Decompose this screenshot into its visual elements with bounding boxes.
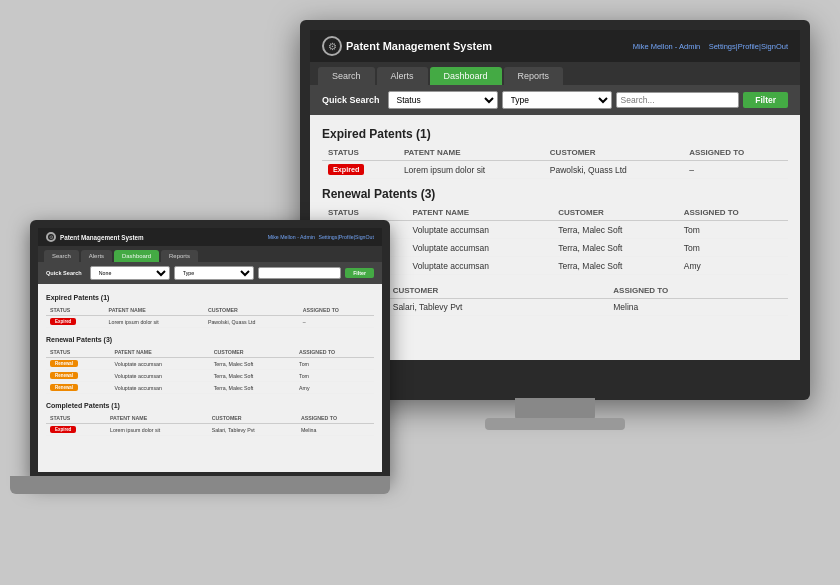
user-info-large: Mike Mellon - Admin Settings|Profile|Sig…: [633, 42, 788, 51]
customer-renewal-1-small: Terra, Malec Soft: [210, 358, 295, 370]
renewal-table-small: STATUS PATENT NAME CUSTOMER ASSIGNED TO …: [46, 347, 374, 394]
tab-dashboard-small[interactable]: Dashboard: [114, 250, 159, 262]
expired-table-large: STATUS PATENT NAME CUSTOMER ASSIGNED TO …: [322, 145, 788, 179]
qs-filter-btn-small[interactable]: Filter: [345, 268, 374, 278]
patent-completed-1-small: Lorem ipsum dolor sit: [106, 424, 208, 436]
expired-title-small: Expired Patents (1): [46, 294, 374, 301]
assigned-renewal-2-small[interactable]: Tom: [295, 370, 374, 382]
content-area-small: Expired Patents (1) STATUS PATENT NAME C…: [38, 284, 382, 466]
col-status-renewal-large: STATUS: [322, 205, 406, 221]
expired-table-small: STATUS PATENT NAME CUSTOMER ASSIGNED TO …: [46, 305, 374, 328]
qs-type-select-small[interactable]: Type: [174, 266, 254, 280]
completed-title-small: Completed Patents (1): [46, 402, 374, 409]
qs-status-select-small[interactable]: None: [90, 266, 170, 280]
user-info-small: Mike Mellon - Admin Settings|Profile|Sig…: [268, 234, 374, 240]
laptop: ⚙ Patent Management System Mike Mellon -…: [30, 220, 390, 480]
quick-search-large: Quick Search Status None Type Expired Re…: [310, 85, 800, 115]
tab-reports-large[interactable]: Reports: [504, 67, 564, 85]
qs-search-input-large[interactable]: [616, 92, 740, 108]
qs-label-small: Quick Search: [46, 270, 82, 276]
tab-search-small[interactable]: Search: [44, 250, 79, 262]
col-patent-c-small: PATENT NAME: [106, 413, 208, 424]
expired-title-large: Expired Patents (1): [322, 127, 788, 141]
status-badge-renewal-2-small: Renewal: [50, 372, 78, 379]
qs-filter-btn-large[interactable]: Filter: [743, 92, 788, 108]
col-assigned-expired-large: ASSIGNED TO: [683, 145, 788, 161]
col-customer-c-small: CUSTOMER: [208, 413, 297, 424]
assigned-renewal-1-small[interactable]: Tom: [295, 358, 374, 370]
qs-search-input-small[interactable]: [258, 267, 341, 279]
col-assigned-small: ASSIGNED TO: [299, 305, 374, 316]
assigned-expired-small: –: [299, 316, 374, 328]
expired-row-1-small: Expired Lorem ipsum dolor sit Pawolski, …: [46, 316, 374, 328]
patent-renewal-1-small: Voluptate accumsan: [111, 358, 210, 370]
patent-name-expired-small: Lorem ipsum dolor sit: [105, 316, 204, 328]
customer-completed-1-small: Salari, Tablevy Pvt: [208, 424, 297, 436]
assigned-expired-large: –: [683, 161, 788, 179]
customer-renewal-1-large: Terra, Malec Soft: [552, 221, 678, 239]
logo-area-small: ⚙ Patent Management System: [46, 232, 144, 242]
assigned-completed-1-small: Melina: [297, 424, 374, 436]
col-status-expired-large: STATUS: [322, 145, 398, 161]
col-status-r-small: STATUS: [46, 347, 111, 358]
col-patent-expired-large: PATENT NAME: [398, 145, 544, 161]
tab-reports-small[interactable]: Reports: [161, 250, 198, 262]
col-customer-renewal-large: CUSTOMER: [552, 205, 678, 221]
user-name-small: Mike Mellon - Admin: [268, 234, 315, 240]
app-header-large: ⚙ Patent Management System Mike Mellon -…: [310, 30, 800, 62]
assigned-renewal-3-large[interactable]: Amy: [678, 257, 788, 275]
col-assigned-renewal-large: ASSIGNED TO: [678, 205, 788, 221]
qs-label-large: Quick Search: [322, 95, 380, 105]
col-customer-expired-large: CUSTOMER: [544, 145, 683, 161]
qs-status-select-large[interactable]: Status None: [388, 91, 498, 109]
customer-expired-small: Pawolski, Quass Ltd: [204, 316, 299, 328]
patent-renewal-3-small: Voluptate accumsan: [111, 382, 210, 394]
logo-icon-small: ⚙: [46, 232, 56, 242]
col-patent-renewal-large: PATENT NAME: [406, 205, 552, 221]
nav-bar-small: Search Alerts Dashboard Reports: [38, 246, 382, 262]
tab-dashboard-large[interactable]: Dashboard: [430, 67, 502, 85]
col-customer-completed-large: CUSTOMER: [387, 283, 608, 299]
customer-expired-large: Pawolski, Quass Ltd: [544, 161, 683, 179]
status-badge-expired-large: Expired: [328, 164, 364, 175]
renewal-row-1-small: Renewal Voluptate accumsan Terra, Malec …: [46, 358, 374, 370]
patent-name-renewal-1-large: Voluptate accumsan: [406, 221, 552, 239]
expired-row-1: Expired Lorem ipsum dolor sit Pawolski, …: [322, 161, 788, 179]
status-badge-completed-small: Expired: [50, 426, 76, 433]
patent-renewal-2-small: Voluptate accumsan: [111, 370, 210, 382]
status-badge-renewal-3-small: Renewal: [50, 384, 78, 391]
customer-renewal-3-large: Terra, Malec Soft: [552, 257, 678, 275]
col-status-c-small: STATUS: [46, 413, 106, 424]
tab-alerts-small[interactable]: Alerts: [81, 250, 112, 262]
completed-row-1: Salari, Tablevy Pvt Melina: [322, 299, 788, 316]
tab-alerts-large[interactable]: Alerts: [377, 67, 428, 85]
col-patent-small: PATENT NAME: [105, 305, 204, 316]
renewal-title-large: Renewal Patents (3): [322, 187, 788, 201]
logo-icon: ⚙: [322, 36, 342, 56]
status-badge-expired-small: Expired: [50, 318, 76, 325]
qs-type-select-large[interactable]: Type Expired Renewal: [502, 91, 612, 109]
laptop-screen: ⚙ Patent Management System Mike Mellon -…: [38, 228, 382, 472]
tab-search-large[interactable]: Search: [318, 67, 375, 85]
assigned-renewal-1-large[interactable]: Tom: [678, 221, 788, 239]
app-header-small: ⚙ Patent Management System Mike Mellon -…: [38, 228, 382, 246]
renewal-row-2: Renewal Voluptate accumsan Terra, Malec …: [322, 239, 788, 257]
assigned-renewal-2-large[interactable]: Tom: [678, 239, 788, 257]
user-links-small[interactable]: Settings|Profile|SignOut: [318, 234, 374, 240]
col-patent-r-small: PATENT NAME: [111, 347, 210, 358]
renewal-title-small: Renewal Patents (3): [46, 336, 374, 343]
status-badge-renewal-1-small: Renewal: [50, 360, 78, 367]
monitor-base: [485, 418, 625, 430]
patent-name-renewal-2-large: Voluptate accumsan: [406, 239, 552, 257]
patent-name-expired-large: Lorem ipsum dolor sit: [398, 161, 544, 179]
col-customer-r-small: CUSTOMER: [210, 347, 295, 358]
assigned-renewal-3-small[interactable]: Amy: [295, 382, 374, 394]
user-links-large[interactable]: Settings|Profile|SignOut: [709, 42, 788, 51]
col-assigned-c-small: ASSIGNED TO: [297, 413, 374, 424]
completed-table-small: STATUS PATENT NAME CUSTOMER ASSIGNED TO …: [46, 413, 374, 436]
app-small: ⚙ Patent Management System Mike Mellon -…: [38, 228, 382, 472]
customer-renewal-3-small: Terra, Malec Soft: [210, 382, 295, 394]
renewal-row-3: Renewal Voluptate accumsan Terra, Malec …: [322, 257, 788, 275]
completed-table-large: CUSTOMER ASSIGNED TO Salari, Tablevy Pvt…: [322, 283, 788, 316]
customer-renewal-2-small: Terra, Malec Soft: [210, 370, 295, 382]
